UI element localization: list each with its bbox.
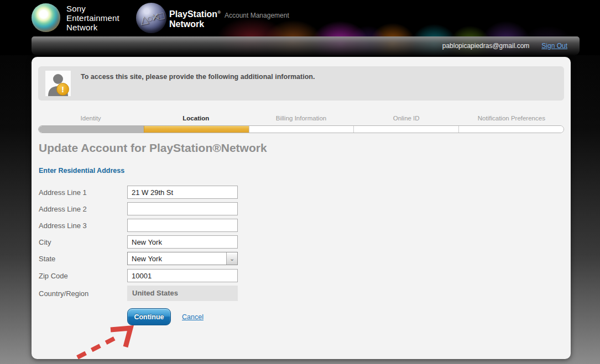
- step-label-identity: Identity: [38, 115, 143, 122]
- sony-entertainment-network-logo-icon: [32, 3, 60, 32]
- chevron-down-icon[interactable]: ⌄: [226, 252, 237, 265]
- form-row-city: City: [39, 234, 315, 250]
- notice-banner: ! To access this site, please provide th…: [38, 66, 564, 101]
- playstation-network-orb-icon: △○✕□: [136, 3, 166, 33]
- state-select[interactable]: New York ⌄: [127, 252, 238, 265]
- country-region-value: United States: [127, 286, 238, 301]
- address-line-1-input[interactable]: [127, 186, 238, 199]
- main-panel: ! To access this site, please provide th…: [32, 57, 571, 359]
- sign-out-link[interactable]: Sign Out: [541, 42, 567, 50]
- address-line-1-label: Address Line 1: [39, 188, 127, 197]
- red-dashed-arrow-annotation: [73, 321, 139, 362]
- form-row-address-line-2: Address Line 2: [39, 201, 315, 217]
- account-email: pablopicapiedras@gmail.com: [442, 42, 530, 50]
- page-title: Update Account for PlayStation®Network: [39, 141, 267, 155]
- progress-bar: [38, 125, 564, 133]
- form-row-address-line-3: Address Line 3: [39, 217, 315, 234]
- logo-row: Sony Entertainment Network △○✕□ PlayStat…: [0, 0, 600, 36]
- account-management-label: Account Management: [225, 12, 289, 19]
- alert-badge-icon: !: [56, 83, 69, 96]
- sen-line3: Network: [66, 23, 119, 32]
- progress-steps: Identity Location Billing Information On…: [38, 115, 564, 133]
- form-row-country-region: Country/Region United States: [39, 284, 315, 302]
- city-input[interactable]: [127, 235, 238, 249]
- notice-text: To access this site, please provide the …: [81, 73, 315, 81]
- account-bar: pablopicapiedras@gmail.com Sign Out: [32, 36, 580, 55]
- country-region-label: Country/Region: [39, 289, 127, 298]
- step-labels: Identity Location Billing Information On…: [38, 115, 564, 122]
- step-label-online-id: Online ID: [354, 115, 459, 122]
- address-line-2-input[interactable]: [127, 202, 238, 215]
- zip-code-input[interactable]: [127, 269, 238, 282]
- section-heading: Enter Residential Address: [39, 167, 124, 175]
- cancel-link[interactable]: Cancel: [182, 313, 204, 321]
- sony-entertainment-network-wordmark: Sony Entertainment Network: [66, 4, 119, 32]
- form-row-state: State New York ⌄: [39, 250, 315, 267]
- progress-segment-location: [144, 126, 249, 133]
- state-label: State: [39, 255, 127, 263]
- progress-segment-notification: [458, 126, 564, 133]
- step-label-location: Location: [143, 115, 248, 122]
- sen-line1: Sony: [66, 4, 119, 13]
- progress-segment-identity: [39, 126, 144, 133]
- address-form: Address Line 1 Address Line 2 Address Li…: [39, 184, 315, 302]
- address-line-2-label: Address Line 2: [39, 205, 127, 213]
- progress-segment-online-id: [353, 126, 458, 133]
- registered-mark: ®: [217, 10, 221, 15]
- step-label-notification-preferences: Notification Preferences: [459, 115, 564, 122]
- ps-button-glyphs-icon: △○✕□: [133, 0, 169, 36]
- form-row-zip-code: Zip Code: [39, 267, 315, 284]
- state-selected-value: New York: [128, 255, 226, 263]
- address-line-3-input[interactable]: [127, 219, 238, 232]
- zip-code-label: Zip Code: [39, 272, 127, 280]
- progress-segment-billing: [249, 126, 354, 133]
- sen-line2: Entertainment: [66, 13, 119, 23]
- address-line-3-label: Address Line 3: [39, 221, 127, 230]
- playstation-network-wordmark: PlayStation® Network: [169, 8, 221, 29]
- form-row-address-line-1: Address Line 1: [39, 184, 315, 201]
- step-label-billing-information: Billing Information: [248, 115, 353, 122]
- city-label: City: [39, 238, 127, 246]
